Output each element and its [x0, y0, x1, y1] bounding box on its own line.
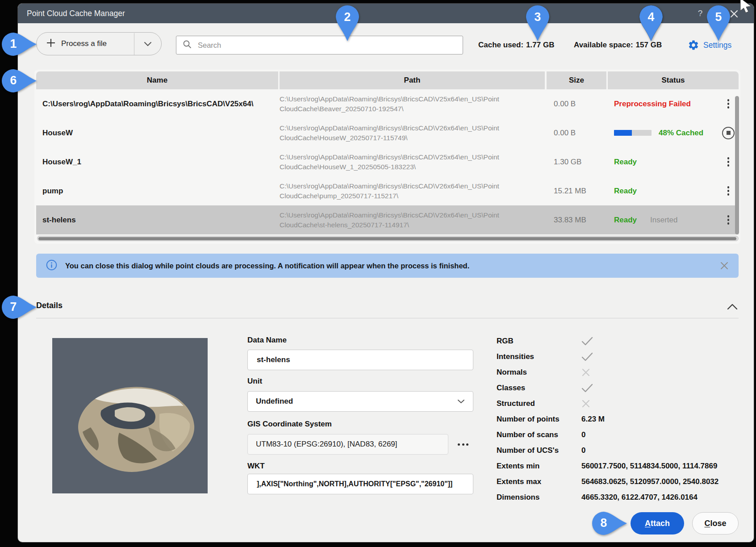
plus-icon — [46, 38, 55, 49]
attach-button[interactable]: Attach — [631, 512, 684, 534]
status-text: 48% Cached — [659, 129, 703, 138]
callout-5: 5 — [706, 5, 731, 41]
row-status: 48% Cached — [614, 118, 719, 147]
property-value: 0 — [581, 430, 585, 439]
status-text: Ready — [614, 187, 637, 196]
table-row[interactable]: st-helensC:\Users\rog\AppData\Roaming\Br… — [36, 205, 739, 234]
property-value: 6.23 M — [581, 415, 605, 424]
row-name: HouseW — [42, 118, 278, 147]
property-label: Number of UCS's — [497, 446, 581, 455]
kebab-menu-icon — [727, 186, 730, 196]
dialog-title: Point Cloud Cache Manager — [27, 4, 125, 23]
property-row: Structured — [497, 396, 706, 411]
callout-7: 7 — [2, 295, 37, 320]
data-name-input[interactable] — [256, 355, 465, 365]
gis-browse-button[interactable] — [455, 438, 472, 450]
table-row[interactable]: pumpC:\Users\rog\AppData\Roaming\Bricsys… — [36, 176, 739, 205]
search-icon — [183, 40, 192, 50]
details-collapse-button[interactable] — [727, 304, 738, 311]
property-label: Number of scans — [497, 430, 581, 439]
data-name-field[interactable] — [247, 350, 473, 370]
status-text: Ready — [614, 158, 637, 167]
row-size: 33.83 MB — [554, 205, 607, 234]
kebab-menu-icon — [727, 215, 730, 225]
vertical-scrollbar[interactable] — [735, 96, 739, 234]
available-space-label: Available space: — [574, 39, 633, 51]
column-header-status[interactable]: Status — [608, 71, 739, 89]
close-button[interactable]: Close — [692, 512, 739, 534]
property-label: Structured — [497, 399, 581, 408]
property-value: 4665.3320, 6122.4707, 1426.0164 — [581, 493, 698, 502]
callout-8: 8 — [592, 511, 627, 536]
callout-4: 4 — [639, 5, 664, 41]
horizontal-scrollbar-thumb[interactable] — [38, 237, 736, 240]
chevron-down-icon — [144, 42, 152, 46]
help-button[interactable]: ? — [695, 4, 706, 23]
row-path: C:\Users\rog\AppData\Roaming\Bricsys\Bri… — [280, 176, 503, 205]
wkt-input[interactable] — [256, 480, 465, 489]
property-label: Classes — [497, 384, 581, 393]
property-row: Number of UCS's0 — [497, 443, 706, 458]
kebab-menu-icon — [727, 157, 730, 167]
property-label: Number of points — [497, 415, 581, 424]
gis-coordinate-system-field: UTM83-10 (EPSG:26910), [NAD83, 6269] — [247, 434, 448, 455]
row-path: C:\Users\rog\AppData\Roaming\Bricsys\Bri… — [280, 147, 503, 176]
row-path: C:\Users\rog\AppData\Roaming\Bricsys\Bri… — [280, 118, 503, 147]
property-row: Extents min560017.7500, 5114834.5000, 11… — [497, 458, 706, 474]
column-header-name[interactable]: Name — [36, 71, 278, 89]
row-size: 15.21 MB — [554, 176, 607, 205]
property-row: Classes — [497, 380, 706, 396]
property-row: Normals — [497, 364, 706, 380]
check-icon — [581, 337, 593, 346]
row-status: ReadyInserted — [614, 205, 719, 234]
row-status: Ready — [614, 147, 719, 176]
data-name-label: Data Name — [247, 336, 287, 345]
table-row[interactable]: HouseWC:\Users\rog\AppData\Roaming\Brics… — [36, 118, 739, 147]
gear-icon — [688, 39, 699, 51]
column-header-size[interactable]: Size — [547, 71, 606, 89]
unit-dropdown[interactable]: Undefined — [247, 391, 473, 412]
property-label: RGB — [497, 337, 581, 346]
row-name: pump — [42, 176, 278, 205]
wkt-field[interactable] — [247, 474, 473, 494]
row-name: HouseW_1 — [42, 147, 278, 176]
property-row: Dimensions4665.3320, 6122.4707, 1426.016… — [497, 489, 706, 505]
info-banner: You can close this dialog while point cl… — [36, 254, 739, 278]
table-row[interactable]: HouseW_1C:\Users\rog\AppData\Roaming\Bri… — [36, 147, 739, 176]
details-section-title: Details — [36, 301, 63, 310]
search-box[interactable] — [176, 36, 463, 54]
info-icon — [46, 259, 57, 272]
column-header-path[interactable]: Path — [280, 71, 545, 89]
kebab-menu-icon — [727, 99, 730, 109]
banner-close-icon[interactable] — [720, 261, 729, 270]
row-path: C:\Users\rog\AppData\Roaming\Bricsys\Bri… — [280, 89, 503, 118]
row-size: 0.00 B — [554, 118, 607, 147]
check-icon — [581, 337, 593, 346]
check-icon — [581, 352, 593, 361]
mouse-cursor — [739, 0, 752, 15]
property-row: Number of points6.23 M — [497, 411, 706, 427]
row-status: Preprocessing Failed — [614, 89, 719, 118]
wkt-label: WKT — [247, 462, 265, 471]
process-file-button[interactable]: Process a file — [37, 33, 134, 55]
check-icon — [581, 352, 593, 361]
property-label: Extents min — [497, 462, 581, 471]
property-row: RGB — [497, 333, 706, 349]
horizontal-scrollbar[interactable] — [37, 236, 739, 241]
settings-label: Settings — [703, 41, 731, 50]
process-file-split-button[interactable]: Process a file — [36, 32, 162, 55]
property-label: Normals — [497, 368, 581, 377]
process-file-dropdown-button[interactable] — [134, 33, 161, 55]
dialog-close-icon[interactable] — [730, 9, 739, 18]
stop-icon — [722, 127, 735, 139]
cross-icon — [581, 399, 590, 408]
table-row[interactable]: C:\Users\rog\AppData\Roaming\Bricsys\Bri… — [36, 89, 739, 118]
property-row: Number of scans0 — [497, 427, 706, 443]
search-input[interactable] — [197, 41, 456, 50]
progress-fill — [614, 130, 632, 136]
property-label: Intensities — [497, 352, 581, 361]
row-size: 1.30 GB — [554, 147, 607, 176]
check-icon — [581, 384, 593, 393]
ellipsis-icon — [458, 443, 460, 446]
cross-icon — [581, 399, 590, 408]
